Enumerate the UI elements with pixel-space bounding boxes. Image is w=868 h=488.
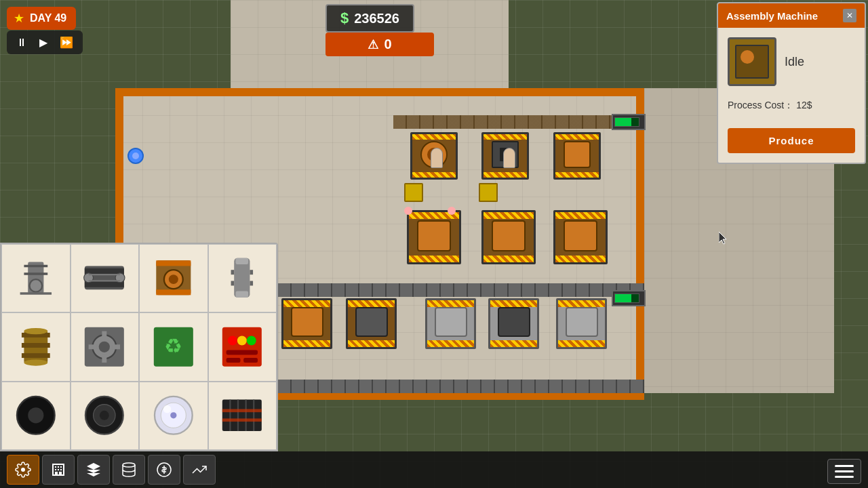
svg-rect-21: [250, 270, 254, 275]
map-machine-3[interactable]: [553, 132, 601, 180]
process-cost-label: Process Cost：: [728, 100, 793, 110]
fast-forward-button[interactable]: ⏩: [57, 35, 76, 50]
svg-rect-55: [222, 400, 262, 431]
map-machine-7[interactable]: [281, 298, 332, 349]
item-assembly-machine[interactable]: [139, 244, 208, 313]
dot-1: [404, 207, 412, 215]
star-icon: ★: [14, 11, 24, 26]
hamburger-line-2: [835, 470, 854, 472]
machine-icon-inner: [735, 45, 769, 79]
day-counter: ★ DAY 49: [7, 7, 76, 30]
worker-1: [431, 148, 443, 168]
svg-rect-43: [226, 350, 258, 354]
svg-point-50: [100, 411, 109, 420]
money-display: $ 236526: [326, 4, 414, 33]
toolbar-inventory-button[interactable]: [77, 455, 110, 485]
svg-rect-23: [250, 281, 254, 286]
item-control-panel[interactable]: [208, 312, 277, 382]
svg-point-47: [28, 408, 43, 424]
toolbar-database-button[interactable]: [113, 455, 145, 485]
machine-icon-area: Idle: [728, 37, 855, 86]
svg-rect-27: [22, 353, 50, 358]
svg-point-62: [21, 468, 25, 472]
map-machine-9[interactable]: [425, 298, 476, 349]
map-machine-8[interactable]: [346, 298, 397, 349]
machine-icon: [728, 37, 776, 86]
svg-rect-33: [102, 331, 107, 340]
pause-button[interactable]: ⏸: [14, 35, 30, 50]
item-wrench-machine[interactable]: [1, 244, 71, 313]
svg-rect-20: [231, 270, 235, 275]
wall-right: [636, 88, 644, 392]
svg-point-32: [99, 342, 110, 352]
svg-point-41: [237, 336, 247, 345]
worker-2: [503, 148, 515, 168]
map-machine-4[interactable]: [407, 210, 461, 264]
svg-rect-45: [244, 358, 258, 363]
item-recycler[interactable]: ♻: [139, 312, 208, 382]
item-gear-machine[interactable]: [71, 312, 140, 382]
conveyor-top: [393, 115, 644, 129]
item-panel: ♻: [0, 243, 278, 452]
process-cost-row: Process Cost： 12$: [728, 100, 855, 112]
svg-point-40: [228, 336, 237, 345]
toolbar-money-button[interactable]: [148, 455, 180, 485]
svg-point-63: [123, 463, 135, 467]
map-machine-6[interactable]: [553, 210, 608, 264]
item-dark-slab[interactable]: [208, 382, 277, 451]
toolbar-factory-button[interactable]: [42, 455, 75, 485]
svg-point-3: [29, 280, 42, 293]
assembly-panel-header: Assembly Machine ✕: [718, 3, 865, 28]
assembly-panel-close-button[interactable]: ✕: [843, 9, 856, 22]
item-dark-circle-2[interactable]: [71, 382, 140, 451]
conveyor-bottom: [278, 380, 644, 393]
map-machine-10[interactable]: [488, 298, 539, 349]
toolbar-chart-button[interactable]: [183, 455, 216, 485]
dollar-icon: $: [340, 9, 349, 27]
svg-point-42: [247, 336, 256, 345]
svg-rect-60: [222, 409, 262, 413]
svg-rect-14: [156, 290, 191, 296]
svg-rect-61: [222, 419, 262, 422]
svg-point-29: [24, 359, 47, 365]
joint-3: [479, 183, 498, 202]
play-button[interactable]: ▶: [37, 35, 50, 50]
svg-rect-19: [236, 291, 249, 298]
svg-point-16: [169, 275, 178, 285]
alert-count: 0: [384, 37, 391, 52]
assembly-machine-panel: Assembly Machine ✕ Idle Process Cost： 12…: [717, 2, 866, 164]
item-barrel[interactable]: [1, 312, 71, 382]
conveyor-mid: [278, 283, 644, 297]
svg-rect-22: [231, 281, 235, 286]
alert-display: ⚠ 0: [326, 33, 434, 56]
robot-blue: [127, 148, 144, 164]
svg-rect-18: [236, 258, 249, 264]
toolbar-settings-button[interactable]: [7, 455, 39, 485]
hamburger-line-1: [835, 465, 854, 467]
svg-rect-26: [22, 343, 50, 348]
joint-1: [404, 183, 423, 202]
wall-top: [115, 88, 644, 96]
svg-rect-44: [226, 358, 241, 363]
hamburger-line-3: [835, 476, 854, 478]
item-white-orb[interactable]: [139, 382, 208, 451]
item-conveyor-machine[interactable]: [71, 244, 140, 313]
hamburger-menu-button[interactable]: [827, 459, 861, 484]
produce-button[interactable]: Produce: [728, 128, 855, 153]
svg-rect-13: [156, 261, 191, 266]
item-black-circle[interactable]: [1, 382, 71, 451]
map-machine-11[interactable]: [556, 298, 607, 349]
money-value: 236526: [354, 11, 399, 26]
sensor-top: [612, 114, 646, 130]
svg-rect-35: [89, 344, 97, 349]
process-cost-value: 12$: [796, 100, 812, 110]
item-cylinder[interactable]: [208, 244, 277, 313]
sensor-mid: [612, 290, 646, 306]
assembly-panel-body: Idle Process Cost： 12$ Produce: [718, 28, 865, 163]
dot-2: [448, 207, 456, 215]
bottom-toolbar: [0, 451, 868, 488]
svg-text:♻: ♻: [164, 335, 182, 357]
svg-point-28: [24, 328, 47, 334]
map-machine-5[interactable]: [481, 210, 536, 264]
svg-point-54: [170, 413, 176, 419]
